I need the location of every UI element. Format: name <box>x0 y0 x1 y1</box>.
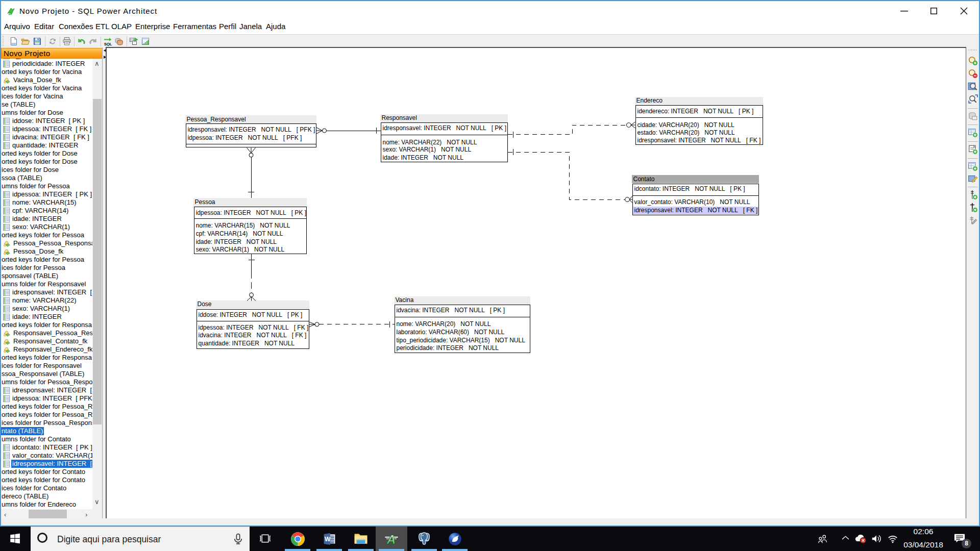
svg-text:SQL: SQL <box>104 42 112 46</box>
svg-text:W: W <box>325 536 331 543</box>
svg-text:A: A <box>386 533 396 546</box>
